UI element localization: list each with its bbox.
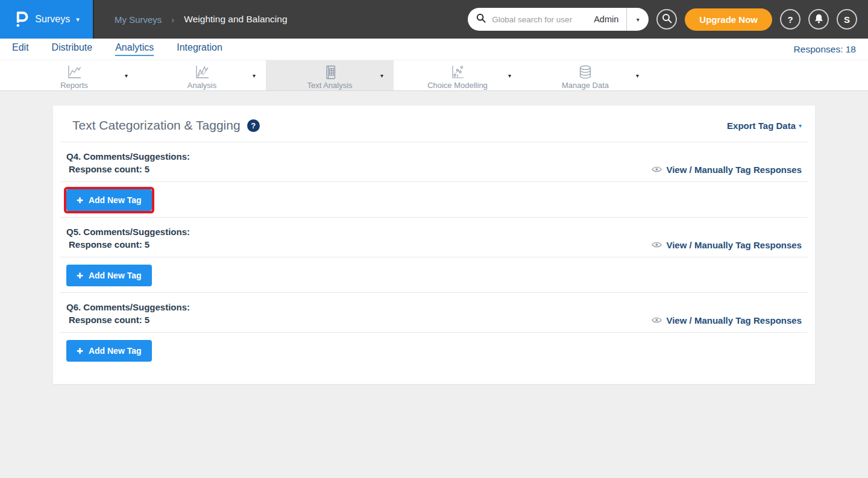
toolbar-tab-choice-modelling[interactable]: Choice Modelling ▾ bbox=[394, 60, 521, 90]
toolbar-tab-text-analysis[interactable]: Text Analysis ▾ bbox=[266, 60, 394, 90]
add-new-tag-button[interactable]: ✚ Add New Tag bbox=[66, 189, 152, 211]
eye-icon bbox=[652, 315, 662, 325]
text-categorization-card: Text Categorization & Tagging ? Export T… bbox=[53, 105, 815, 384]
page-title: Text Categorization & Tagging ? bbox=[72, 118, 260, 133]
search-scope-label: Admin bbox=[594, 14, 618, 24]
analytics-toolbar: Reports ▾ Analysis ▾ Text Analysis ▾ bbox=[0, 60, 868, 91]
notifications-button[interactable] bbox=[808, 9, 829, 30]
global-search: Admin ▾ bbox=[468, 8, 649, 31]
chevron-down-icon: ▾ bbox=[637, 16, 640, 23]
search-icon bbox=[662, 13, 672, 25]
responses-count[interactable]: Responses: 18 bbox=[794, 44, 856, 55]
plus-icon: ✚ bbox=[77, 197, 83, 204]
avatar[interactable]: S bbox=[837, 9, 857, 30]
search-icon bbox=[476, 13, 486, 25]
avatar-initial: S bbox=[844, 14, 850, 25]
surveys-menu-label: Surveys bbox=[35, 14, 70, 25]
question-title: Q5. Comments/Suggestions: bbox=[66, 225, 190, 238]
nav-tab-integration[interactable]: Integration bbox=[177, 42, 222, 56]
chevron-down-icon[interactable]: ▾ bbox=[636, 72, 639, 79]
chevron-down-icon[interactable]: ▾ bbox=[253, 72, 256, 79]
eye-icon bbox=[652, 165, 662, 175]
response-count: Response count: 5 bbox=[66, 163, 190, 175]
add-new-tag-button[interactable]: ✚ Add New Tag bbox=[66, 340, 152, 362]
eye-icon bbox=[652, 240, 662, 250]
toolbar-tab-label: Reports bbox=[60, 81, 88, 90]
global-search-input[interactable] bbox=[491, 14, 594, 25]
breadcrumb-current-survey: Weighting and Balancing bbox=[184, 14, 287, 25]
search-scope-dropdown[interactable]: ▾ bbox=[627, 16, 649, 23]
question-section-q5: Q5. Comments/Suggestions: Response count… bbox=[53, 218, 815, 293]
help-icon[interactable]: ? bbox=[247, 119, 260, 132]
chevron-down-icon[interactable]: ▾ bbox=[380, 72, 383, 79]
search-button[interactable] bbox=[656, 9, 677, 30]
toolbar-tab-label: Choice Modelling bbox=[427, 81, 488, 90]
survey-nav: Edit Distribute Analytics Integration Re… bbox=[0, 39, 868, 60]
toolbar-tab-label: Analysis bbox=[187, 81, 216, 90]
toolbar-tab-label: Manage Data bbox=[562, 81, 609, 90]
add-new-tag-button[interactable]: ✚ Add New Tag bbox=[66, 265, 152, 286]
nav-tab-edit[interactable]: Edit bbox=[12, 42, 29, 56]
breadcrumb-separator-icon: › bbox=[171, 14, 174, 25]
plus-icon: ✚ bbox=[77, 272, 83, 280]
nav-tab-analytics[interactable]: Analytics bbox=[115, 42, 154, 56]
question-title: Q6. Comments/Suggestions: bbox=[66, 301, 190, 313]
view-manually-tag-link[interactable]: View / Manually Tag Responses bbox=[652, 315, 802, 325]
questionpro-logo-icon bbox=[13, 8, 29, 30]
toolbar-tab-manage-data[interactable]: Manage Data ▾ bbox=[521, 60, 649, 90]
document-table-icon bbox=[322, 64, 338, 80]
plus-icon: ✚ bbox=[77, 347, 83, 355]
view-manually-tag-link[interactable]: View / Manually Tag Responses bbox=[652, 165, 802, 175]
header-actions: Admin ▾ Upgrade Now ? S bbox=[468, 8, 868, 31]
line-chart-icon bbox=[66, 64, 82, 80]
nav-tab-distribute[interactable]: Distribute bbox=[52, 42, 93, 56]
top-header: Surveys ▾ My Surveys › Weighting and Bal… bbox=[0, 0, 868, 39]
question-title: Q4. Comments/Suggestions: bbox=[66, 150, 190, 163]
highlight-box: ✚ Add New Tag bbox=[66, 189, 152, 211]
database-icon bbox=[577, 64, 593, 80]
upgrade-now-button[interactable]: Upgrade Now bbox=[685, 8, 772, 31]
question-section-q4: Q4. Comments/Suggestions: Response count… bbox=[53, 142, 815, 218]
help-button[interactable]: ? bbox=[780, 9, 800, 30]
multi-line-chart-icon bbox=[194, 64, 210, 80]
toolbar-tab-label: Text Analysis bbox=[307, 81, 352, 90]
chevron-down-icon[interactable]: ▾ bbox=[125, 72, 128, 79]
toolbar-tab-analysis[interactable]: Analysis ▾ bbox=[138, 60, 266, 90]
response-count: Response count: 5 bbox=[66, 313, 190, 326]
chevron-down-icon[interactable]: ▾ bbox=[508, 72, 511, 79]
question-section-q6: Q6. Comments/Suggestions: Response count… bbox=[53, 293, 815, 368]
chevron-down-icon: ▾ bbox=[799, 122, 802, 129]
help-icon: ? bbox=[787, 14, 793, 25]
scatter-chart-icon bbox=[450, 64, 465, 80]
bell-icon bbox=[814, 13, 824, 26]
view-manually-tag-link[interactable]: View / Manually Tag Responses bbox=[652, 240, 802, 250]
breadcrumb: My Surveys › Weighting and Balancing bbox=[115, 14, 288, 25]
export-tag-data-dropdown[interactable]: Export Tag Data ▾ bbox=[727, 121, 802, 131]
response-count: Response count: 5 bbox=[66, 238, 190, 251]
chevron-down-icon: ▾ bbox=[76, 16, 80, 23]
breadcrumb-my-surveys[interactable]: My Surveys bbox=[115, 14, 162, 25]
page-content: Text Categorization & Tagging ? Export T… bbox=[0, 91, 868, 384]
toolbar-tab-reports[interactable]: Reports ▾ bbox=[10, 60, 138, 90]
surveys-menu[interactable]: Surveys ▾ bbox=[0, 0, 94, 39]
